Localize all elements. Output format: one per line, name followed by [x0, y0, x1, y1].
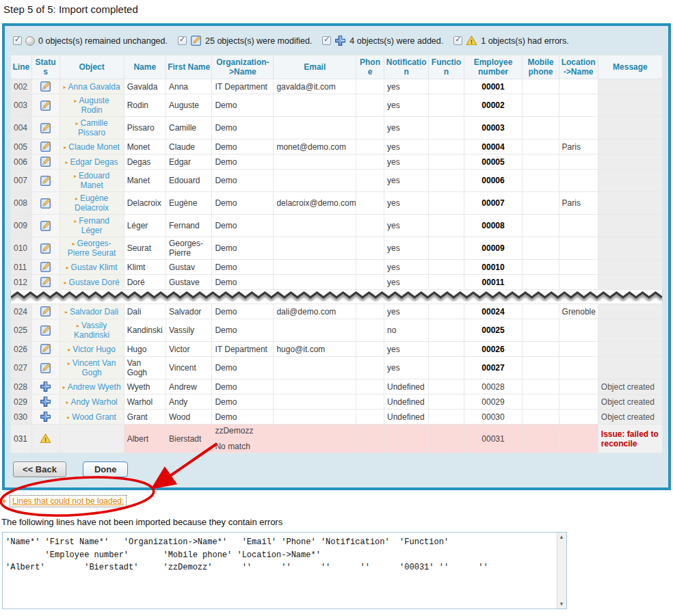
object-link[interactable]: Salvador Dali [70, 307, 118, 317]
scroll-down-icon[interactable]: ▼ [559, 601, 564, 607]
cell-notification: Undefined [384, 410, 428, 425]
cell-object: ▸Claude Monet [60, 139, 124, 155]
added-icon [40, 381, 51, 392]
cell-email: dali@demo.com [274, 304, 356, 319]
cell-location [559, 170, 598, 192]
summary-checkbox[interactable]: ✓ [453, 36, 462, 45]
cell-status [31, 117, 60, 139]
cell-mobile-phone [523, 170, 559, 192]
column-header: Mobile phone [523, 55, 559, 79]
object-link[interactable]: Vincent Van Gogh [72, 358, 116, 377]
done-button[interactable]: Done [83, 461, 129, 477]
cell-location: Grenoble [559, 304, 598, 319]
scrollbar[interactable]: ▲ ▼ [557, 533, 566, 608]
cell-phone [356, 79, 384, 94]
object-link[interactable]: Eugène Delacroix [75, 193, 109, 213]
object-link[interactable]: Andy Warhol [70, 397, 117, 407]
cell-mobile-phone [523, 275, 559, 290]
cell-line: 009 [11, 215, 32, 237]
object-link[interactable]: Fernand Léger [79, 216, 109, 235]
cell-notification: yes [384, 155, 428, 170]
check-icon: ✓ [14, 35, 21, 44]
column-header: Line [11, 55, 32, 79]
object-link[interactable]: Victor Hugo [72, 345, 115, 354]
cell-employee-number: 00024 [464, 304, 523, 319]
cell-line: 028 [11, 379, 32, 394]
cell-phone [356, 155, 384, 170]
cell-name: Kandinski [124, 319, 166, 342]
cell-employee-number: 00002 [464, 94, 523, 117]
cell-message [598, 237, 662, 260]
raw-error-lines-text: 'Name*' 'First Name*' 'Organization->Nam… [5, 536, 554, 574]
table-row: 031!AlbertBierstadtzzDemozzNo match00031… [11, 425, 663, 453]
lines-not-loaded-link[interactable]: Lines that could not be loaded: [10, 495, 127, 507]
modified-icon [40, 343, 51, 355]
back-button[interactable]: << Back [13, 461, 66, 477]
modified-icon [40, 100, 51, 111]
cell-organization: Demo [212, 139, 274, 155]
cell-name: Delacroix [124, 192, 166, 215]
summary-checkbox[interactable]: ✓ [13, 36, 22, 45]
cell-object: ▸Andrew Wyeth [60, 379, 124, 394]
table-row: 027▸Vincent Van GoghVan GoghVincentDemoy… [11, 357, 663, 379]
object-link[interactable]: Anna Gavalda [68, 82, 120, 92]
page-title: Step 5 of 5: Import completed [3, 3, 673, 15]
cell-function [429, 304, 464, 319]
cell-phone [356, 357, 384, 379]
cell-first-name: Victor [166, 342, 211, 357]
cell-email [274, 319, 356, 342]
modified-icon [40, 261, 51, 273]
modified-icon [40, 198, 51, 209]
cell-name: Hugo [124, 342, 166, 357]
hidden-rows-separator [11, 290, 663, 304]
object-link[interactable]: Auguste Rodin [79, 96, 109, 115]
cell-status [31, 215, 60, 237]
cell-status [31, 379, 60, 394]
object-link[interactable]: Gustav Klimt [71, 263, 118, 272]
cell-function [429, 319, 464, 342]
cell-function [429, 170, 464, 192]
scroll-up-icon[interactable]: ▲ [559, 534, 564, 540]
cell-mobile-phone [523, 192, 559, 215]
cell-name: Klimt [124, 260, 166, 275]
raw-error-lines-box[interactable]: 'Name*' 'First Name*' 'Organization->Nam… [2, 532, 567, 609]
object-link[interactable]: Edgar Degas [70, 157, 118, 167]
cell-name: Degas [124, 155, 166, 170]
cell-location: Paris [559, 192, 598, 215]
cell-message [598, 319, 662, 342]
table-row: 007▸Edouard ManetManetEdouardDemoyes0000… [11, 170, 663, 192]
cell-notification: no [384, 319, 428, 342]
cell-line: 024 [11, 304, 32, 319]
object-link[interactable]: Edouard Manet [79, 171, 109, 190]
cell-phone [356, 379, 384, 394]
cell-name: Monet [124, 139, 166, 155]
object-link[interactable]: Andrew Wyeth [68, 382, 121, 392]
cell-notification: yes [384, 192, 428, 215]
object-link[interactable]: Gustave Doré [69, 278, 120, 287]
summary-checkbox[interactable]: ✓ [322, 36, 331, 45]
column-header: Name [124, 55, 166, 79]
cell-function [429, 237, 464, 260]
column-header: Phone [356, 55, 384, 79]
cell-notification: yes [384, 215, 428, 237]
summary-checkbox[interactable]: ✓ [178, 36, 187, 45]
cell-status [31, 342, 60, 357]
object-bullet-icon: ▸ [63, 384, 66, 390]
object-bullet-icon: ▸ [72, 241, 75, 247]
object-link[interactable]: Camille Pissaro [78, 118, 108, 137]
summary-item: ✓4 objects(s) were added. [322, 35, 443, 46]
cell-email [274, 425, 356, 453]
cell-first-name: Vincent [166, 357, 211, 379]
cell-line: 011 [11, 260, 32, 275]
object-link[interactable]: Claude Monet [68, 142, 120, 152]
modified-icon [40, 220, 51, 232]
object-link[interactable]: Wood Grant [72, 412, 116, 422]
object-bullet-icon: ▸ [66, 399, 68, 405]
cell-name: Rodin [124, 94, 166, 117]
cell-first-name: Gustav [166, 260, 211, 275]
cell-first-name: Andrew [166, 379, 211, 394]
cell-message [598, 139, 662, 155]
cell-function [429, 117, 464, 139]
cell-status [31, 275, 60, 290]
table-row: 010▸Georges-Pierre SeuratSeuratGeorges-P… [11, 237, 663, 260]
